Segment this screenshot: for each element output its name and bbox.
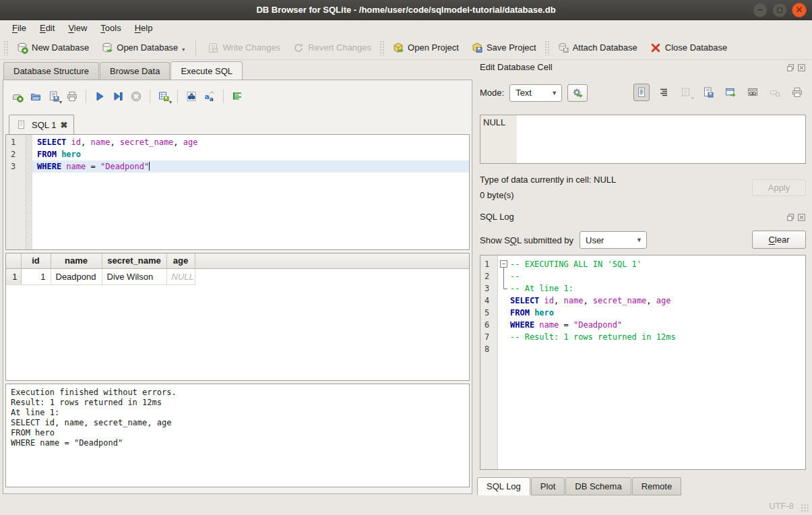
- row-number[interactable]: 1: [6, 268, 21, 284]
- close-button[interactable]: ✕: [792, 3, 807, 18]
- cell-editor[interactable]: NULL: [480, 115, 806, 164]
- edit-cell-title: Edit Database Cell: [480, 62, 553, 72]
- menu-view[interactable]: View: [61, 21, 94, 35]
- copy-link-button[interactable]: [745, 84, 761, 101]
- cell-editor-icons: [633, 84, 805, 101]
- maximize-button[interactable]: ▢: [772, 3, 787, 18]
- close-dock-icon[interactable]: [797, 63, 806, 72]
- float-dock-icon[interactable]: [786, 213, 795, 222]
- open-sql-file-icon: [30, 90, 42, 102]
- tab-execute-sql[interactable]: Execute SQL: [170, 61, 243, 80]
- print-button[interactable]: [64, 88, 80, 104]
- export-data-button[interactable]: [700, 84, 716, 101]
- menu-edit[interactable]: Edit: [33, 21, 61, 35]
- export-results-icon: [158, 90, 170, 102]
- chevron-down-icon[interactable]: ▾: [182, 47, 185, 54]
- column-header-id[interactable]: id: [21, 253, 51, 268]
- close-dock-icon[interactable]: [797, 213, 806, 222]
- tab-database-structure[interactable]: Database Structure: [3, 62, 99, 80]
- menu-file[interactable]: File: [5, 21, 33, 35]
- toolbar-separator: [195, 40, 196, 56]
- code-line[interactable]: WHERE name = "Deadpond": [32, 160, 469, 173]
- toolbar-drag-handle[interactable]: [379, 40, 384, 55]
- set-null-button[interactable]: [767, 84, 783, 101]
- status-line: Result: 1 rows returned in 12ms: [11, 398, 464, 408]
- tab-db-schema[interactable]: DB Schema: [565, 477, 631, 495]
- toolbar-drag-handle[interactable]: [3, 40, 8, 55]
- column-header-name[interactable]: name: [51, 253, 102, 268]
- column-header-secret-name[interactable]: secret_name: [102, 253, 166, 268]
- attach-database-button[interactable]: Attach Database: [551, 39, 644, 57]
- code-line[interactable]: SELECT id, name, secret_name, age: [32, 136, 469, 148]
- table-cell[interactable]: 1: [21, 268, 51, 284]
- log-fold-margin[interactable]: [498, 255, 509, 469]
- results-table: idnamesecret_nameage11DeadpondDive Wilso…: [6, 253, 469, 285]
- chevron-down-icon: ▼: [551, 90, 557, 96]
- word-wrap-button[interactable]: [656, 84, 672, 101]
- line-number: 5: [480, 307, 497, 319]
- format-sql-button[interactable]: aa: [201, 88, 218, 104]
- results-grid[interactable]: idnamesecret_nameage11DeadpondDive Wilso…: [5, 253, 470, 381]
- menu-help[interactable]: Help: [128, 21, 160, 35]
- find-replace-button[interactable]: [183, 88, 199, 104]
- toolbar-button-label: Close Database: [665, 42, 728, 53]
- import-data-button[interactable]: [678, 84, 694, 101]
- open-database-button[interactable]: Open Database▾: [95, 39, 191, 57]
- apply-button[interactable]: Apply: [752, 179, 806, 196]
- stop-execution-button[interactable]: [128, 88, 144, 104]
- save-sql-file-button[interactable]: [46, 88, 62, 104]
- revert-changes-button[interactable]: Revert Changes: [286, 39, 377, 57]
- open-project-button[interactable]: Open Project: [386, 39, 465, 57]
- clear-log-button[interactable]: Clear: [752, 231, 806, 249]
- toolbar-drag-handle[interactable]: [544, 40, 549, 55]
- table-row[interactable]: 11DeadpondDive WilsonNULL: [6, 268, 469, 284]
- toolbar-button-label: New Database: [32, 42, 89, 53]
- line-number: 2: [480, 270, 497, 282]
- execute-current-line-button[interactable]: [110, 88, 126, 104]
- fold-margin-cell: [498, 343, 509, 355]
- open-sql-file-button[interactable]: [28, 88, 44, 104]
- indent-lines-button[interactable]: [229, 88, 245, 104]
- menu-bar: FileEditViewToolsHelp: [0, 20, 812, 36]
- menu-tools[interactable]: Tools: [94, 21, 127, 35]
- tab-sql-log[interactable]: SQL Log: [477, 477, 530, 495]
- fold-collapse-icon[interactable]: [498, 258, 509, 270]
- log-filter-select[interactable]: User ▼: [580, 231, 647, 249]
- save-project-button[interactable]: Save Project: [465, 39, 542, 57]
- save-sql-file-icon: [48, 90, 60, 102]
- table-cell[interactable]: Dive Wilson: [102, 268, 166, 284]
- indent-lines-icon: [231, 90, 243, 102]
- execution-status-box[interactable]: Execution finished without errors.Result…: [5, 384, 470, 487]
- close-tab-icon[interactable]: ✖: [60, 120, 67, 130]
- execute-all-icon: [94, 90, 106, 102]
- resize-grip[interactable]: [801, 504, 809, 512]
- tab-plot[interactable]: Plot: [531, 477, 565, 495]
- export-results-button[interactable]: [156, 88, 172, 104]
- close-database-button[interactable]: Close Database: [644, 39, 734, 57]
- minimize-button[interactable]: −: [753, 3, 768, 18]
- encoding-status: UTF-8: [769, 501, 794, 511]
- execute-all-button[interactable]: [92, 88, 108, 104]
- column-header-age[interactable]: age: [166, 253, 195, 268]
- line-number: 7: [480, 331, 497, 343]
- mode-label: Mode:: [480, 88, 504, 98]
- corner-header[interactable]: [6, 253, 21, 268]
- open-external-button[interactable]: [722, 84, 739, 101]
- import-export-settings-button[interactable]: [567, 84, 588, 102]
- text-mode-button[interactable]: [633, 84, 650, 101]
- float-dock-icon[interactable]: [786, 63, 795, 72]
- write-changes-button[interactable]: Write Changes: [201, 39, 286, 57]
- table-cell[interactable]: Deadpond: [51, 268, 102, 284]
- table-cell[interactable]: NULL: [166, 268, 195, 284]
- editor-code-area[interactable]: SELECT id, name, secret_name, ageFROM he…: [32, 135, 469, 249]
- sql-log-view[interactable]: 12345678 -- EXECUTING ALL IN 'SQL 1'----…: [480, 255, 806, 470]
- sql-document-tab[interactable]: SQL 1 ✖: [9, 115, 74, 134]
- code-line[interactable]: FROM hero: [32, 148, 469, 160]
- sql-editor[interactable]: 123 SELECT id, name, secret_name, ageFRO…: [5, 134, 470, 250]
- tab-browse-data[interactable]: Browse Data: [100, 62, 170, 80]
- print-cell-button[interactable]: [789, 84, 805, 101]
- new-sql-tab-button[interactable]: [9, 88, 26, 104]
- new-database-button[interactable]: New Database: [10, 39, 95, 57]
- mode-select[interactable]: Text ▼: [509, 84, 562, 102]
- tab-remote[interactable]: Remote: [632, 477, 682, 495]
